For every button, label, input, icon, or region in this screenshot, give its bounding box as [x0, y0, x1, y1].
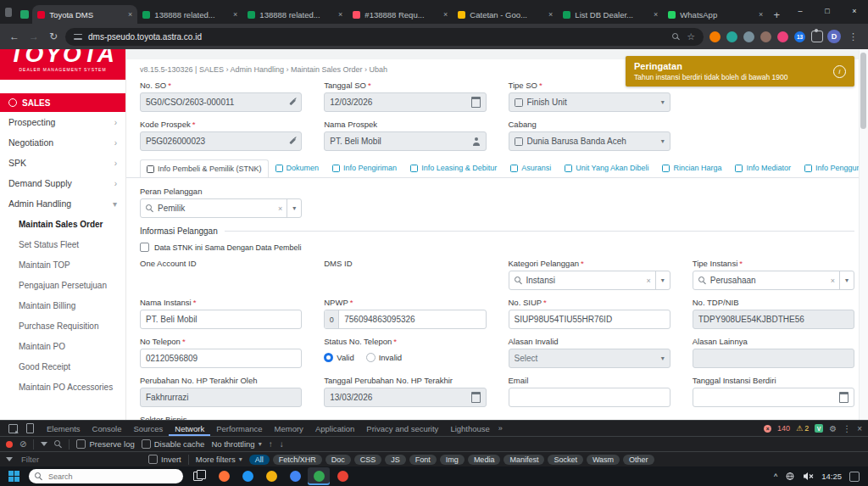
- throttling-select[interactable]: No throttling ▾: [211, 439, 261, 449]
- request-type-chip[interactable]: Font: [409, 455, 437, 465]
- alasan-lainnya-input[interactable]: [693, 349, 854, 368]
- sidebar-item[interactable]: Demand Supply ›: [0, 173, 125, 193]
- kode-prospek-input[interactable]: P5G026000023: [140, 131, 302, 151]
- tab-close-icon[interactable]: ×: [128, 10, 132, 19]
- disable-cache-checkbox[interactable]: [142, 439, 151, 449]
- scrollbar-thumb[interactable]: [860, 53, 866, 129]
- sidebar-item[interactable]: Admin Handling ▾: [0, 193, 125, 214]
- invert-toggle[interactable]: Invert: [148, 455, 181, 464]
- filter-icon[interactable]: [41, 442, 47, 446]
- radio-valid-icon[interactable]: [324, 353, 333, 362]
- devtools-tab[interactable]: Privacy and security: [360, 421, 444, 436]
- tipe-instansi-select[interactable]: Perusahaan × ▾: [693, 271, 854, 290]
- refresh-button[interactable]: ↻: [46, 31, 61, 42]
- cabang-select[interactable]: Dunia Barusa Banda Aceh ▾: [509, 131, 670, 151]
- error-count[interactable]: 140: [777, 424, 790, 433]
- kategori-pelanggan-select[interactable]: Instansi × ▾: [509, 271, 670, 290]
- sidebar-subitem[interactable]: Pengajuan Persetujuan: [0, 275, 125, 295]
- sidebar-subitem[interactable]: Set Status Fleet: [0, 234, 125, 254]
- sidebar-section-sales[interactable]: SALES: [0, 93, 125, 112]
- request-type-chip[interactable]: Media: [468, 455, 501, 465]
- devtools-tab[interactable]: Console: [86, 421, 128, 436]
- browser-tab[interactable]: #138888 Requ... ×: [348, 5, 453, 24]
- no-siup-input[interactable]: SIUP98U54TIU55HR76ID: [509, 310, 670, 329]
- perubahan-oleh-input[interactable]: Fakhrurrazi: [140, 388, 302, 407]
- sidebar-subitem[interactable]: Maintain PO Accessories: [0, 377, 125, 397]
- request-type-chip[interactable]: JS: [385, 455, 406, 465]
- start-button[interactable]: [8, 471, 20, 483]
- devtools-tab[interactable]: Performance: [210, 421, 268, 436]
- taskbar-search[interactable]: [29, 469, 183, 483]
- chevron-down-icon[interactable]: ▾: [655, 271, 665, 289]
- detail-tab[interactable]: Info Leasing & Debitur: [403, 159, 504, 177]
- search-icon[interactable]: [672, 33, 680, 41]
- devtools-tab[interactable]: Network: [169, 421, 210, 436]
- browser-tab[interactable]: 138888 related... ×: [137, 5, 242, 24]
- forward-button[interactable]: →: [26, 31, 42, 42]
- extension-orange-icon[interactable]: [709, 31, 721, 42]
- extension-brown-icon[interactable]: [760, 31, 771, 42]
- taskbar-search-input[interactable]: [47, 472, 177, 482]
- request-type-chip[interactable]: Socket: [548, 455, 583, 465]
- nama-instansi-input[interactable]: PT. Beli Mobil: [140, 310, 302, 329]
- back-button[interactable]: ←: [7, 31, 22, 42]
- minimize-button[interactable]: –: [787, 0, 814, 22]
- tab-close-icon[interactable]: ×: [338, 10, 342, 19]
- export-har-icon[interactable]: ↓: [280, 439, 284, 449]
- request-type-chip[interactable]: Doc: [326, 455, 351, 465]
- devtools-tab[interactable]: Sources: [127, 421, 169, 436]
- devtools-menu-icon[interactable]: ⋮: [843, 424, 851, 433]
- no-telepon-input[interactable]: 02120596809: [140, 349, 302, 368]
- network-filter-input[interactable]: [19, 454, 142, 465]
- request-type-chip[interactable]: Img: [440, 455, 465, 465]
- tanggal-perubahan-input[interactable]: 13/03/2026: [324, 388, 486, 407]
- warning-count[interactable]: ⚠2: [796, 424, 809, 433]
- peran-pelanggan-select[interactable]: Pemilik × ▾: [140, 198, 302, 218]
- browser-tab[interactable]: 138888 related... ×: [242, 5, 348, 24]
- new-tab-button[interactable]: +: [770, 6, 783, 23]
- detail-tab[interactable]: Dokumen: [269, 159, 326, 177]
- stnk-checkbox[interactable]: [140, 243, 149, 252]
- tray-chevron-icon[interactable]: ^: [774, 472, 777, 481]
- import-har-icon[interactable]: ↑: [269, 439, 273, 449]
- sidebar-item[interactable]: Prospecting ›: [0, 112, 125, 132]
- network-icon[interactable]: [785, 472, 795, 481]
- alasan-invalid-select[interactable]: Select ▾: [509, 349, 670, 368]
- clear-icon[interactable]: ×: [831, 277, 835, 285]
- sidebar-item[interactable]: Negotiation ›: [0, 132, 125, 153]
- devtools-tab[interactable]: Memory: [269, 421, 309, 436]
- extension-pink-icon[interactable]: [777, 31, 788, 42]
- disable-cache-toggle[interactable]: Disable cache: [142, 439, 205, 449]
- page-scrollbar[interactable]: [859, 49, 868, 420]
- radio-invalid-icon[interactable]: [366, 353, 376, 362]
- address-bar[interactable]: dms-pseudo.toyota.astra.co.id ☆: [65, 28, 704, 46]
- calendar-icon[interactable]: [471, 392, 481, 403]
- tab-close-icon[interactable]: ×: [443, 10, 448, 19]
- detail-tab[interactable]: Info Mediator: [728, 159, 798, 177]
- extension-gray-icon[interactable]: [743, 31, 754, 42]
- nama-prospek-input[interactable]: PT. Beli Mobil: [324, 131, 486, 151]
- clear-icon[interactable]: ×: [278, 204, 282, 213]
- browser-tab[interactable]: WhatsApp ×: [663, 5, 768, 24]
- preserve-log-toggle[interactable]: Preserve log: [76, 439, 134, 449]
- request-type-chip[interactable]: All: [249, 455, 270, 465]
- request-type-chip[interactable]: Fetch/XHR: [273, 455, 322, 465]
- browser-tab[interactable]: List DB Dealer... ×: [558, 5, 663, 24]
- radio-invalid[interactable]: Invalid: [366, 353, 402, 362]
- request-type-chip[interactable]: Other: [623, 455, 654, 465]
- tanggal-so-input[interactable]: 12/03/2026: [324, 92, 486, 112]
- radio-valid[interactable]: Valid: [324, 353, 353, 362]
- maximize-button[interactable]: □: [814, 0, 841, 22]
- request-type-chip[interactable]: Wasm: [587, 455, 620, 465]
- bookmark-star-icon[interactable]: ☆: [687, 31, 695, 42]
- tab-close-icon[interactable]: ×: [233, 10, 237, 19]
- detail-tab[interactable]: Info Pembeli & Pemilik (STNK): [140, 159, 269, 178]
- taskbar-app-edge[interactable]: [236, 467, 259, 485]
- warning-toast[interactable]: Peringatan Tahun instansi berdiri tidak …: [626, 56, 854, 87]
- pinned-tab[interactable]: [17, 5, 33, 24]
- detail-tab[interactable]: Rincian Harga: [655, 159, 728, 177]
- browser-tab[interactable]: Toyota DMS ×: [32, 5, 137, 24]
- preserve-log-checkbox[interactable]: [76, 439, 86, 449]
- sidebar-subitem[interactable]: Maintain Billing: [0, 295, 125, 316]
- taskbar-app-chrome[interactable]: [284, 467, 306, 485]
